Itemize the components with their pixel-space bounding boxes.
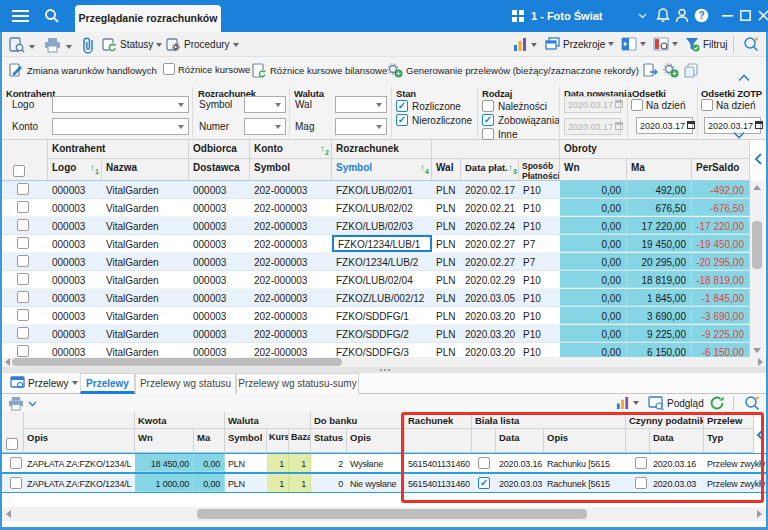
group-waluta[interactable]: Waluta [225, 412, 311, 429]
main-grid-row[interactable]: 000003VitalGarden000003202-000003FZKOZ/L… [2, 289, 750, 307]
cell-logo[interactable]: 000003 [48, 199, 102, 216]
cell-odbiorca[interactable]: 000003 [189, 325, 250, 342]
col-logo[interactable]: Logo↑1 [48, 159, 102, 181]
cell-ma[interactable]: 6 150,00 [627, 343, 692, 357]
cell-rachunek[interactable]: 5615401131460 [405, 474, 472, 492]
cell-persaldo[interactable]: -19 450,00 [692, 235, 750, 252]
cell-ma[interactable]: 20 295,00 [627, 253, 692, 270]
select-column-header[interactable] [2, 140, 48, 181]
bottom-grid-row[interactable]: ZAPŁATA ZA:FZKO/1234/L18 450,000,00PLN11… [2, 453, 766, 473]
cell-wn[interactable]: 0,00 [560, 217, 627, 234]
cell-nazwa[interactable]: VitalGarden [102, 181, 189, 198]
cell-odbiorca[interactable]: 000003 [189, 343, 250, 357]
col-ma[interactable]: Ma [194, 429, 225, 453]
filtruj-button[interactable]: Filtruj [685, 37, 727, 52]
czynny-podatnik-checkbox[interactable] [626, 474, 650, 492]
row-checkbox[interactable] [7, 454, 24, 472]
cell-odbiorca[interactable]: 000003 [189, 253, 250, 270]
cell-odbiorca[interactable]: 000003 [189, 181, 250, 198]
search-edit-icon[interactable] [743, 36, 760, 53]
cell-logo[interactable]: 000003 [48, 217, 102, 234]
group-empty[interactable] [24, 412, 135, 429]
cell-sposob[interactable]: P7 [519, 235, 560, 252]
export-doc-icon[interactable] [643, 63, 658, 78]
col-bl-data[interactable]: Data [496, 429, 544, 453]
col-sposob[interactable]: Sposób Płatności [519, 159, 560, 181]
cell-typ[interactable]: Przelew zwykły [704, 454, 766, 472]
collapse-panel-left-icon[interactable] [753, 152, 763, 166]
cell-persaldo[interactable]: -3 690,00 [692, 307, 750, 324]
cell-typ[interactable]: Przelew zwykły [704, 474, 766, 492]
tab-przelewy-wg-statusu-sumy[interactable]: Przelewy wg statusu-sumy [236, 373, 359, 394]
cell-wal[interactable]: PLN [432, 253, 461, 270]
cell-wn[interactable]: 18 450,00 [135, 454, 194, 472]
generowanie-przelewow-button[interactable]: Generowanie przelewów (bieżący/zaznaczon… [387, 63, 639, 78]
cell-odbiorca[interactable]: 000003 [189, 289, 250, 306]
cell-nazwa[interactable]: VitalGarden [102, 343, 189, 357]
cell-sposob[interactable]: P10 [519, 181, 560, 198]
cell-wn[interactable]: 1 000,00 [135, 474, 194, 492]
cell-symbol[interactable]: FZKO/LUB/02/01 [332, 181, 432, 198]
col-nazwa[interactable]: Nazwa [102, 159, 189, 181]
cell-nazwa[interactable]: VitalGarden [102, 325, 189, 342]
print-dropdown-chevron[interactable] [66, 45, 72, 49]
group-kwota[interactable]: Kwota [135, 412, 225, 429]
cell-logo[interactable]: 000003 [48, 181, 102, 198]
gear-plus-icon[interactable] [663, 63, 679, 78]
row-checkbox[interactable] [10, 253, 40, 270]
cell-status[interactable]: 2 [311, 454, 347, 472]
notifications-icon[interactable] [656, 8, 670, 23]
przekroje-button[interactable]: Przekroje [545, 37, 614, 51]
cell-konto[interactable]: 202-000003 [250, 217, 332, 234]
col-cp-data[interactable]: Data [650, 429, 704, 453]
cell-bl_data[interactable]: 2020.03.16 [496, 454, 544, 472]
cell-sposob[interactable]: P10 [519, 217, 560, 234]
cell-data[interactable]: 2020.03.20 [461, 307, 519, 324]
cell-nazwa[interactable]: VitalGarden [102, 253, 189, 270]
main-grid-row[interactable]: 000003VitalGarden000003202-000003FZKO/LU… [2, 199, 750, 217]
lower-search-edit-icon[interactable] [744, 395, 761, 412]
col-wn[interactable]: Wn [135, 429, 194, 453]
cell-wal[interactable]: PLN [432, 325, 461, 342]
cell-persaldo[interactable]: -17 220,00 [692, 217, 750, 234]
cell-kurs[interactable]: 1 [267, 474, 289, 492]
cell-symbol[interactable]: FZKOZ/LUB/002/12 [332, 289, 432, 306]
cell-data[interactable]: 2020.03.20 [461, 325, 519, 342]
select-column-header[interactable] [2, 412, 24, 453]
mag-filter-dropdown[interactable] [335, 118, 387, 135]
copy-icon[interactable] [684, 63, 699, 78]
collapse-filter-chevron[interactable] [733, 131, 745, 139]
row-checkbox[interactable] [10, 271, 40, 288]
cell-wal[interactable]: PLN [432, 217, 461, 234]
cell-ma[interactable]: 19 450,00 [627, 235, 692, 252]
cell-data[interactable]: 2020.03.20 [461, 343, 519, 357]
row-checkbox[interactable] [10, 343, 40, 357]
rodzaj-option-2[interactable]: Inne [482, 127, 560, 141]
group-biala-lista[interactable]: Biała lista [472, 412, 626, 429]
main-grid-row[interactable]: 000003VitalGarden000003202-000003FZKO/SD… [2, 325, 750, 343]
cell-wal[interactable]: PLN [432, 307, 461, 324]
cell-ma[interactable]: 1 845,00 [627, 289, 692, 306]
cell-status[interactable]: 0 [311, 474, 347, 492]
select-all-checkbox[interactable] [13, 165, 25, 177]
bottom-hscrollbar[interactable] [2, 507, 766, 521]
maximize-button[interactable] [740, 10, 751, 21]
cell-nazwa[interactable]: VitalGarden [102, 199, 189, 216]
cell-konto[interactable]: 202-000003 [250, 253, 332, 270]
cell-ma[interactable]: 18 819,00 [627, 271, 692, 288]
roznice-kursowe-checkbox[interactable]: Różnice kursowe [163, 63, 250, 75]
cell-logo[interactable]: 000003 [48, 289, 102, 306]
cell-odbiorca[interactable]: 000003 [189, 199, 250, 216]
odsetki-zotp-na-dzien-checkbox[interactable]: Na dzień [701, 99, 755, 111]
cell-konto[interactable]: 202-000003 [250, 199, 332, 216]
cell-persaldo[interactable]: -6 150,00 [692, 343, 750, 357]
cell-konto[interactable]: 202-000003 [250, 307, 332, 324]
group-przelew[interactable]: Przelew [704, 412, 754, 429]
cell-persaldo[interactable]: -676,50 [692, 199, 750, 216]
cell-symbol[interactable]: FZKO/LUB/02/02 [332, 199, 432, 216]
cell-konto[interactable]: 202-000003 [250, 271, 332, 288]
cell-ma[interactable]: 492,00 [627, 181, 692, 198]
cell-symbol[interactable]: FZKO/SDDFG/1 [332, 307, 432, 324]
cell-data[interactable]: 2020.02.17 [461, 181, 519, 198]
refresh-icon[interactable] [709, 395, 725, 411]
